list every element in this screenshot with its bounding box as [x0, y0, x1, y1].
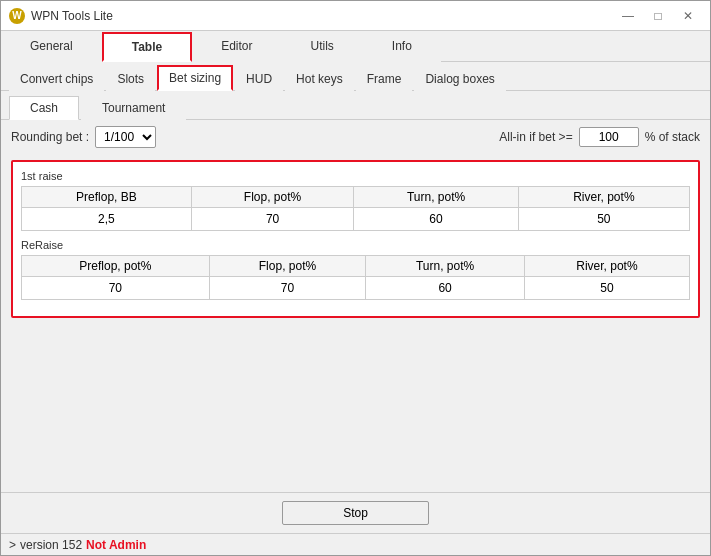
tab-slots[interactable]: Slots [106, 67, 155, 91]
first-raise-col-river: River, pot% [518, 187, 689, 208]
first-raise-val-flop[interactable]: 70 [191, 208, 354, 231]
first-raise-val-turn[interactable]: 60 [354, 208, 518, 231]
options-left: Rounding bet : 1/100 1/10 1/1 [11, 126, 156, 148]
reraise-col-river: River, pot% [524, 256, 689, 277]
reraise-value-row: 70 70 60 50 [22, 277, 690, 300]
reraise-col-preflop: Preflop, pot% [22, 256, 210, 277]
window-title: WPN Tools Lite [31, 9, 113, 23]
tab-table[interactable]: Table [102, 32, 192, 62]
reraise-val-river[interactable]: 50 [524, 277, 689, 300]
reraise-table: Preflop, pot% Flop, pot% Turn, pot% Rive… [21, 255, 690, 300]
first-raise-col-turn: Turn, pot% [354, 187, 518, 208]
window-controls: — □ ✕ [614, 6, 702, 26]
tab-editor[interactable]: Editor [192, 32, 281, 62]
minimize-button[interactable]: — [614, 6, 642, 26]
allin-input[interactable] [579, 127, 639, 147]
tab-info[interactable]: Info [363, 32, 441, 62]
rounding-select[interactable]: 1/100 1/10 1/1 [95, 126, 156, 148]
status-bar: > version 152 Not Admin [1, 533, 710, 555]
tab-dialog-boxes[interactable]: Dialog boxes [414, 67, 505, 91]
tab-hud[interactable]: HUD [235, 67, 283, 91]
maximize-button[interactable]: □ [644, 6, 672, 26]
admin-status: Not Admin [86, 538, 146, 552]
first-raise-table: Preflop, BB Flop, pot% Turn, pot% River,… [21, 186, 690, 231]
app-icon: W [9, 8, 25, 24]
rounding-label: Rounding bet : [11, 130, 89, 144]
first-raise-label: 1st raise [21, 170, 690, 182]
bottom-area: Stop [1, 492, 710, 533]
tab-utils[interactable]: Utils [282, 32, 363, 62]
options-right: All-in if bet >= % of stack [499, 127, 700, 147]
first-raise-val-river[interactable]: 50 [518, 208, 689, 231]
options-row: Rounding bet : 1/100 1/10 1/1 All-in if … [1, 120, 710, 154]
first-raise-col-preflop: Preflop, BB [22, 187, 192, 208]
tab-convert-chips[interactable]: Convert chips [9, 67, 104, 91]
tab-frame[interactable]: Frame [356, 67, 413, 91]
content-area: 1st raise Preflop, BB Flop, pot% Turn, p… [1, 154, 710, 492]
close-button[interactable]: ✕ [674, 6, 702, 26]
allin-label: All-in if bet >= [499, 130, 572, 144]
sub-tab-bar: Convert chips Slots Bet sizing HUD Hot k… [1, 62, 710, 91]
reraise-val-preflop[interactable]: 70 [22, 277, 210, 300]
title-bar: W WPN Tools Lite — □ ✕ [1, 1, 710, 31]
reraise-val-turn[interactable]: 60 [366, 277, 525, 300]
first-raise-val-preflop[interactable]: 2,5 [22, 208, 192, 231]
tab-tournament[interactable]: Tournament [81, 96, 186, 120]
reraise-label: ReRaise [21, 239, 690, 251]
status-arrow: > [9, 538, 16, 552]
reraise-col-turn: Turn, pot% [366, 256, 525, 277]
tab-bet-sizing[interactable]: Bet sizing [157, 65, 233, 91]
version-text: version 152 [20, 538, 82, 552]
main-window: W WPN Tools Lite — □ ✕ General Table Edi… [0, 0, 711, 556]
main-tab-bar: General Table Editor Utils Info [1, 31, 710, 62]
first-raise-value-row: 2,5 70 60 50 [22, 208, 690, 231]
reraise-header-row: Preflop, pot% Flop, pot% Turn, pot% Rive… [22, 256, 690, 277]
reraise-col-flop: Flop, pot% [209, 256, 366, 277]
tab-hot-keys[interactable]: Hot keys [285, 67, 354, 91]
bet-sizing-section: 1st raise Preflop, BB Flop, pot% Turn, p… [11, 160, 700, 318]
first-raise-col-flop: Flop, pot% [191, 187, 354, 208]
reraise-val-flop[interactable]: 70 [209, 277, 366, 300]
tab-general[interactable]: General [1, 32, 102, 62]
allin-suffix: % of stack [645, 130, 700, 144]
tab-cash[interactable]: Cash [9, 96, 79, 120]
title-bar-left: W WPN Tools Lite [9, 8, 113, 24]
stop-button[interactable]: Stop [282, 501, 429, 525]
game-tab-bar: Cash Tournament [1, 91, 710, 120]
first-raise-header-row: Preflop, BB Flop, pot% Turn, pot% River,… [22, 187, 690, 208]
